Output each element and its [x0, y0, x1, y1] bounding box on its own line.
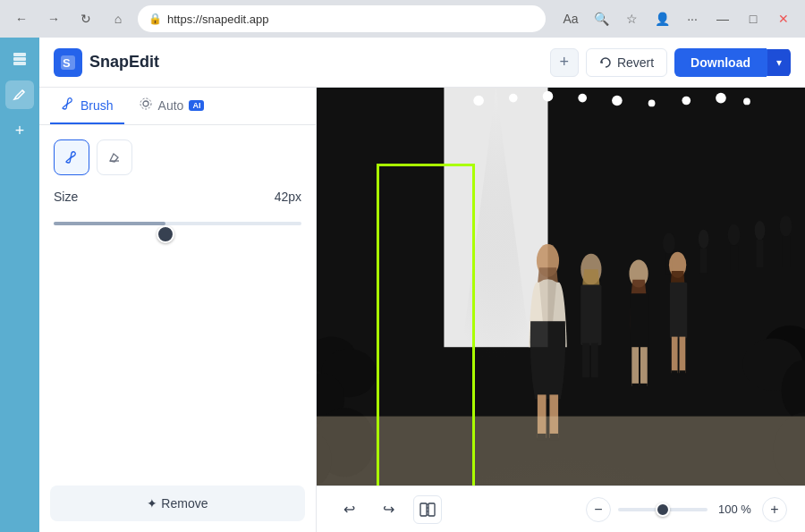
- app-header: S SnapEdit + Revert Download ▾: [39, 38, 805, 88]
- sidebar-edit-button[interactable]: [5, 80, 34, 109]
- svg-point-17: [716, 93, 726, 104]
- svg-rect-62: [420, 503, 427, 516]
- svg-point-5: [143, 101, 148, 106]
- size-value: 42px: [275, 190, 301, 204]
- svg-text:S: S: [63, 56, 71, 70]
- app-body: Brush Auto AI: [39, 88, 805, 532]
- maximize-button[interactable]: □: [741, 6, 766, 31]
- tool-spacer: [39, 247, 316, 475]
- zoom-slider[interactable]: [618, 508, 708, 511]
- logo-icon: S: [54, 48, 82, 77]
- svg-point-18: [743, 98, 750, 106]
- home-button[interactable]: ⌂: [106, 6, 131, 31]
- tool-tabs: Brush Auto AI: [39, 88, 316, 125]
- size-slider[interactable]: [54, 215, 301, 232]
- remove-button[interactable]: ✦ Remove: [50, 486, 305, 521]
- back-button[interactable]: ←: [9, 6, 34, 31]
- svg-point-25: [728, 224, 741, 245]
- app-content: S SnapEdit + Revert Download ▾: [39, 38, 805, 532]
- canvas-toolbar-left: ↩ ↪: [335, 495, 442, 524]
- svg-rect-53: [631, 384, 639, 389]
- watermark: https://www.snapedit.app: [699, 519, 798, 528]
- svg-rect-59: [672, 370, 678, 376]
- refresh-button[interactable]: ↻: [73, 6, 98, 31]
- svg-rect-0: [13, 53, 26, 56]
- eraser-button[interactable]: [97, 139, 132, 175]
- zoom-value: 100 %: [715, 502, 755, 516]
- ai-badge: AI: [189, 100, 204, 111]
- browser-toolbar: Aa 🔍 ☆ 👤 ··· — □ ✕: [558, 6, 796, 31]
- app-container: + S SnapEdit +: [0, 38, 805, 532]
- size-row: Size 42px: [54, 190, 301, 204]
- forward-button[interactable]: →: [41, 6, 66, 31]
- logo-area: S SnapEdit: [54, 48, 550, 77]
- logo-text: SnapEdit: [89, 53, 159, 72]
- svg-rect-52: [640, 347, 648, 386]
- svg-rect-24: [700, 249, 708, 273]
- svg-point-15: [648, 100, 656, 107]
- browser-titlebar: ← → ↻ ⌂ 🔒 https://snapedit.app Aa 🔍 ☆ 👤 …: [0, 0, 805, 38]
- svg-rect-54: [640, 384, 648, 389]
- brush-icons-row: [54, 139, 301, 175]
- zoom-out-button[interactable]: −: [586, 497, 611, 522]
- svg-rect-1: [13, 57, 26, 61]
- close-button[interactable]: ✕: [771, 6, 796, 31]
- sidebar-layers-button[interactable]: [5, 45, 34, 73]
- canvas-toolbar: ↩ ↪ −: [317, 486, 805, 532]
- svg-rect-51: [631, 347, 639, 386]
- tab-brush[interactable]: Brush: [50, 88, 124, 124]
- svg-rect-28: [757, 240, 764, 267]
- svg-point-13: [578, 94, 587, 103]
- canvas-svg: [317, 88, 805, 486]
- download-arrow-button[interactable]: ▾: [767, 49, 791, 76]
- address-bar[interactable]: 🔒 https://snapedit.app: [138, 5, 546, 32]
- tool-options: Size 42px: [39, 125, 316, 247]
- brush-tab-label: Brush: [80, 98, 114, 113]
- tool-panel: Brush Auto AI: [39, 88, 317, 532]
- svg-rect-34: [591, 342, 598, 377]
- auto-tab-icon: [139, 97, 153, 114]
- redo-button[interactable]: ↪: [374, 495, 402, 524]
- svg-rect-2: [13, 62, 26, 65]
- size-label: Size: [54, 190, 78, 204]
- undo-button[interactable]: ↩: [335, 495, 363, 524]
- svg-rect-63: [428, 503, 435, 516]
- left-sidebar: +: [0, 38, 39, 532]
- add-button[interactable]: +: [550, 48, 579, 77]
- more-button[interactable]: ···: [680, 6, 705, 31]
- revert-icon: [599, 56, 612, 69]
- url-text: https://snapedit.app: [167, 13, 535, 26]
- svg-rect-33: [582, 342, 589, 377]
- svg-rect-60: [680, 370, 686, 376]
- svg-point-16: [682, 97, 691, 106]
- svg-rect-30: [783, 236, 791, 266]
- svg-rect-61: [317, 417, 805, 486]
- svg-rect-50: [630, 293, 648, 350]
- brush-draw-button[interactable]: [54, 139, 89, 175]
- svg-rect-57: [672, 337, 678, 374]
- brush-tab-icon: [61, 97, 75, 114]
- minimize-button[interactable]: —: [710, 6, 735, 31]
- read-mode-button[interactable]: Aa: [558, 6, 583, 31]
- canvas-area: ↩ ↪ −: [317, 88, 805, 532]
- browser-chrome: ← → ↻ ⌂ 🔒 https://snapedit.app Aa 🔍 ☆ 👤 …: [0, 0, 805, 38]
- canvas-image[interactable]: [317, 88, 805, 486]
- svg-point-6: [140, 98, 151, 109]
- svg-point-27: [755, 221, 766, 240]
- browser-search-button[interactable]: 🔍: [589, 6, 614, 31]
- sidebar-add-button[interactable]: +: [5, 116, 34, 145]
- svg-point-29: [780, 215, 792, 236]
- revert-button[interactable]: Revert: [586, 48, 667, 77]
- svg-rect-32: [580, 285, 601, 346]
- svg-rect-26: [731, 245, 739, 271]
- header-actions: + Revert Download ▾: [550, 48, 791, 77]
- svg-rect-58: [680, 337, 686, 374]
- download-button[interactable]: Download: [674, 48, 767, 77]
- svg-rect-56: [670, 283, 687, 339]
- svg-point-23: [699, 230, 709, 249]
- tab-auto[interactable]: Auto AI: [128, 88, 216, 124]
- favorites-button[interactable]: ☆: [619, 6, 644, 31]
- split-view-button[interactable]: [413, 495, 442, 524]
- profile-button[interactable]: 👤: [649, 6, 674, 31]
- svg-point-21: [663, 233, 675, 254]
